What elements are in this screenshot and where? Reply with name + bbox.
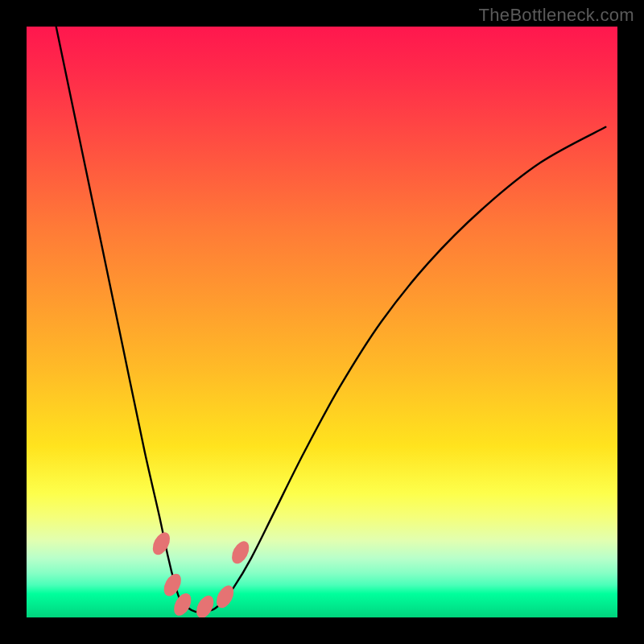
marker-1: [149, 530, 173, 558]
markers-group: [149, 530, 252, 617]
chart-svg: [27, 27, 617, 617]
watermark: TheBottleneck.com: [479, 5, 634, 26]
marker-4: [193, 592, 217, 617]
plot-area: [27, 27, 617, 617]
bottleneck-curve: [56, 27, 606, 612]
marker-2: [160, 571, 184, 599]
chart-frame: TheBottleneck.com: [0, 0, 644, 644]
marker-3: [171, 590, 195, 617]
